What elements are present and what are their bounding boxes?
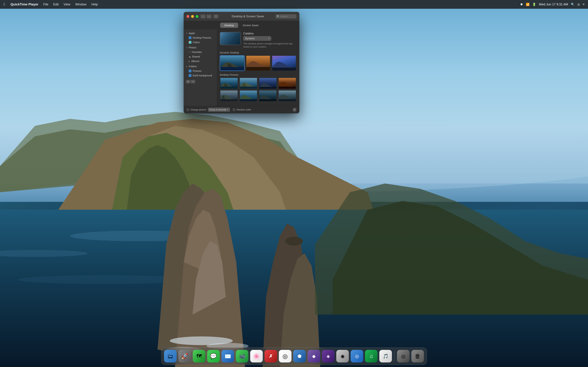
svg-rect-44 bbox=[259, 87, 277, 89]
change-picture-checkbox[interactable] bbox=[187, 108, 189, 111]
thumb-dp-3[interactable] bbox=[259, 78, 277, 89]
grid-view-button[interactable]: ⠿ bbox=[214, 15, 218, 18]
dock-app-blue[interactable]: ⬟ bbox=[293, 350, 306, 362]
thumb-dp-1[interactable] bbox=[220, 78, 238, 89]
search-box[interactable]: 🔍 Search bbox=[276, 14, 296, 18]
dock-voice-memos[interactable]: 🎵 bbox=[379, 350, 392, 362]
thumb-catalina-dark[interactable] bbox=[220, 55, 245, 71]
window-content: ▼ Apple Desktop Pictures Colors ▼ Photos bbox=[184, 29, 299, 106]
sidebar-item-earth-background[interactable]: Earth background bbox=[184, 73, 217, 78]
dock-photos[interactable]: 🌸 bbox=[250, 350, 263, 362]
sidebar-group-apple[interactable]: ▼ Apple bbox=[184, 31, 217, 35]
sidebar-item-albums[interactable]: ▶ Albums bbox=[184, 59, 217, 63]
thumb-catalina-blue-purple-img bbox=[272, 56, 296, 71]
dock-misc-1[interactable]: ✗ bbox=[265, 350, 277, 362]
sidebar-group-photos[interactable]: ▼ Photos bbox=[184, 45, 217, 50]
svg-rect-37 bbox=[220, 86, 238, 89]
dock-vs[interactable]: ◈ bbox=[322, 350, 335, 362]
app-name[interactable]: QuickTime Player bbox=[10, 2, 38, 6]
dock-facetime[interactable]: 📹 bbox=[236, 350, 249, 362]
dock-unity[interactable]: ◉ bbox=[336, 350, 349, 362]
dock-maps[interactable]: 🗺 bbox=[193, 350, 206, 362]
wifi-icon[interactable]: 📶 bbox=[526, 3, 529, 6]
dock-chrome[interactable]: ◎ bbox=[279, 350, 292, 362]
thumb-catalina-dark-img bbox=[220, 56, 244, 71]
collapse-triangle-folders: ▼ bbox=[186, 66, 188, 67]
dock-messages[interactable]: 💬 bbox=[207, 350, 220, 362]
control-center-icon[interactable]: ≡ bbox=[583, 3, 585, 6]
remove-folder-button[interactable]: − bbox=[191, 80, 195, 83]
thumb-dp-3-img bbox=[259, 78, 277, 89]
search-icon[interactable]: 🔍 bbox=[571, 3, 575, 6]
record-icon: ⏺ bbox=[520, 3, 523, 6]
dock-mail[interactable]: ✉️ bbox=[222, 350, 234, 362]
random-order-checkbox[interactable] bbox=[233, 108, 235, 111]
sidebar-group-folders[interactable]: ▼ Folders bbox=[184, 64, 217, 69]
thumb-dp-2-img bbox=[240, 78, 257, 89]
thumb-catalina-sand[interactable] bbox=[246, 55, 270, 71]
back-button[interactable]: ‹ bbox=[200, 15, 206, 18]
sidebar-item-colors[interactable]: Colors bbox=[184, 40, 217, 45]
thumb-dp-2[interactable] bbox=[239, 78, 258, 89]
dock-trash[interactable]: 🗑 bbox=[411, 350, 424, 362]
sidebar: ▼ Apple Desktop Pictures Colors ▼ Photos bbox=[184, 29, 217, 106]
add-folder-button[interactable]: + bbox=[186, 80, 190, 83]
battery-icon[interactable]: 🔋 bbox=[532, 3, 536, 6]
thumb-catalina-blue-purple[interactable] bbox=[272, 55, 296, 71]
menu-edit[interactable]: Edit bbox=[53, 3, 59, 6]
thumb-dp-7-img bbox=[259, 91, 277, 101]
thumb-dp-8[interactable] bbox=[278, 90, 296, 102]
sidebar-folders-label: Folders bbox=[189, 65, 197, 68]
tab-screen-saver[interactable]: Screen Saver bbox=[239, 23, 263, 28]
siri-icon[interactable]: ◎ bbox=[577, 3, 580, 6]
minimize-button[interactable] bbox=[191, 15, 194, 18]
dock-xcode[interactable]: ◆ bbox=[308, 350, 320, 362]
thumb-dp-7[interactable] bbox=[259, 90, 277, 102]
dynamic-thumb-grid bbox=[220, 55, 296, 71]
menu-window[interactable]: Window bbox=[75, 3, 86, 6]
sidebar-photos-label: Photos bbox=[189, 46, 196, 49]
help-button[interactable]: ? bbox=[293, 108, 296, 112]
svg-rect-30 bbox=[246, 67, 270, 71]
window-titlebar: ‹ › ⠿ Desktop & Screen Saver 🔍 Search bbox=[184, 12, 299, 21]
dock-launchpad[interactable]: 🚀 bbox=[179, 350, 191, 362]
current-wallpaper-row: Catalina Dynamic ▾ This desktop picture … bbox=[220, 32, 296, 48]
sidebar-item-shared[interactable]: ☁ Shared bbox=[184, 54, 217, 59]
menubar-left:  QuickTime Player File Edit View Window… bbox=[3, 2, 98, 7]
dock-safari[interactable]: ◎ bbox=[397, 350, 410, 362]
sidebar-item-pictures[interactable]: Pictures bbox=[184, 69, 217, 73]
random-order-label: Random order bbox=[237, 108, 251, 111]
dock-zoom[interactable]: ◎ bbox=[351, 350, 363, 362]
svg-rect-41 bbox=[240, 86, 257, 89]
menu-file[interactable]: File bbox=[43, 3, 48, 6]
thumb-dp-6[interactable] bbox=[239, 90, 258, 102]
sidebar-section-apple: ▼ Apple Desktop Pictures Colors bbox=[184, 31, 217, 45]
sidebar-apple-label: Apple bbox=[189, 32, 195, 35]
change-picture-label: Change picture: bbox=[190, 108, 207, 111]
search-placeholder: Search bbox=[280, 15, 287, 18]
maximize-button[interactable] bbox=[196, 15, 199, 18]
thumb-dp-5[interactable] bbox=[220, 90, 238, 102]
menubar-clock[interactable]: Wed Jun 17 9:31 AM bbox=[539, 3, 568, 6]
thumb-dp-4[interactable] bbox=[278, 78, 296, 89]
menu-help[interactable]: Help bbox=[91, 3, 98, 6]
pictures-folder-icon bbox=[189, 70, 191, 72]
wallpaper-mode-dropdown[interactable]: Dynamic ▾ bbox=[243, 36, 271, 41]
window-tabs: Desktop Screen Saver bbox=[184, 21, 299, 29]
menu-view[interactable]: View bbox=[63, 3, 70, 6]
change-picture-dropdown[interactable]: Every 5 seconds ▾ bbox=[208, 108, 230, 112]
close-button[interactable] bbox=[187, 15, 189, 18]
change-picture-value: Every 5 seconds bbox=[209, 108, 226, 111]
tab-desktop[interactable]: Desktop bbox=[220, 23, 238, 28]
main-panel: Catalina Dynamic ▾ This desktop picture … bbox=[217, 29, 299, 106]
sidebar-colors-label: Colors bbox=[193, 41, 200, 44]
earth-background-icon bbox=[189, 74, 191, 77]
menubar:  QuickTime Player File Edit View Window… bbox=[0, 0, 588, 9]
sidebar-item-desktop-pictures[interactable]: Desktop Pictures bbox=[184, 35, 217, 40]
dock: 🗂 🚀 🗺 💬 ✉️ 📹 🌸 ✗ ◎ ⬟ ◆ ◈ ◉ ◎ ♫ 🎵 ◎ 🗑 bbox=[161, 347, 427, 365]
dock-spotify[interactable]: ♫ bbox=[365, 350, 378, 362]
apple-menu-icon[interactable]:  bbox=[3, 2, 5, 7]
sidebar-item-favorites[interactable]: ♡ Favorites bbox=[184, 50, 217, 54]
forward-button[interactable]: › bbox=[207, 15, 211, 18]
dock-finder[interactable]: 🗂 bbox=[164, 350, 177, 362]
